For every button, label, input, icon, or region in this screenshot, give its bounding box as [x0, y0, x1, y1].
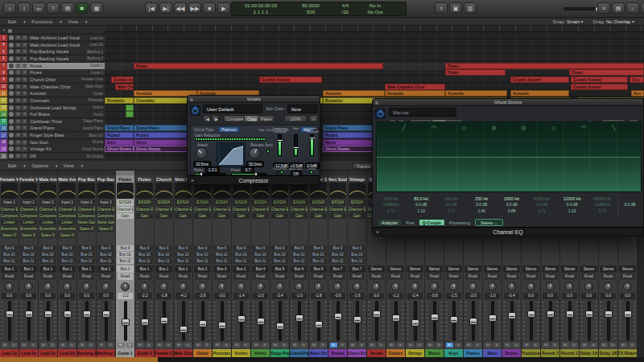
- pan-knob[interactable]: [256, 282, 265, 291]
- send-slot[interactable]: Bus 9: [59, 245, 76, 251]
- side-chain-selector[interactable]: None: [287, 105, 318, 113]
- eq-graph-display[interactable]: ╱◠◇◇◇◇◠╲: [376, 121, 642, 192]
- play-button[interactable]: ▶: [217, 2, 230, 14]
- solo-button[interactable]: S: [532, 343, 539, 348]
- band-frequency[interactable]: 18000 Hz: [588, 195, 618, 202]
- send-slot[interactable]: Bus 11: [329, 258, 346, 264]
- strip-setting-button[interactable]: [39, 171, 57, 175]
- mixer-strip[interactable]: Pop BacInput 1Channel EQCompressorNoise …: [77, 171, 97, 357]
- automation-mode-button[interactable]: Read: [233, 274, 249, 280]
- menu-edit[interactable]: Edit: [8, 163, 16, 168]
- input-slot[interactable]: Input 1: [78, 200, 95, 206]
- region[interactable]: Grand Piano: [105, 125, 134, 131]
- volume-value[interactable]: -1.4: [233, 293, 249, 299]
- send-slot[interactable]: Bus 11: [310, 258, 327, 264]
- audio-fx-slot[interactable]: Channel EQ: [117, 207, 134, 212]
- volume-value[interactable]: -2.2: [137, 293, 152, 299]
- fader-cap[interactable]: [83, 311, 91, 318]
- forward-button[interactable]: ▶▶: [188, 2, 201, 14]
- band-frequency[interactable]: 2000 Hz: [497, 195, 527, 202]
- region[interactable]: Cosmic Ascent: [510, 76, 569, 83]
- send-slot[interactable]: Bus 9: [213, 245, 230, 251]
- region[interactable]: Picked: [105, 132, 134, 138]
- pan-knob[interactable]: [333, 282, 342, 291]
- solo-button[interactable]: S: [320, 343, 327, 348]
- mixer-strip[interactable]: Pop BacInput 1Channel EQCompressorNoise …: [97, 171, 116, 357]
- audio-fx-slot[interactable]: Gain: [329, 213, 346, 219]
- instrument-slot[interactable]: EXS24: [136, 200, 153, 206]
- lcd-display[interactable]: 01:00:00:00.00 1 1 1 1 80.0000 500 4/4 /…: [231, 2, 407, 16]
- mute-button[interactable]: M: [446, 343, 453, 348]
- strip-name-label[interactable]: Grand Piano: [290, 349, 308, 357]
- mixer-strip[interactable]: VintageEXS24Channel EQGainBus 9Bus 10Bus…: [348, 171, 367, 357]
- instrument-slot[interactable]: EXS24: [252, 200, 269, 206]
- menu-functions[interactable]: Functions: [31, 19, 52, 24]
- track-solo-button[interactable]: S: [22, 146, 27, 151]
- audio-fx-slot[interactable]: Channel EQ: [155, 207, 172, 212]
- fader-cap[interactable]: [566, 311, 574, 318]
- send-slot[interactable]: Bus 11: [39, 258, 56, 264]
- mute-button[interactable]: M: [253, 343, 260, 348]
- automation-mode-button[interactable]: Read: [2, 274, 17, 280]
- fader-cap[interactable]: [411, 319, 419, 327]
- mixer-icon[interactable]: ▤: [61, 2, 74, 14]
- strip-setting-button[interactable]: [58, 171, 76, 175]
- output-slot[interactable]: Stereo Out: [368, 265, 385, 273]
- audio-fx-slot[interactable]: Limiter: [39, 220, 56, 225]
- output-slot[interactable]: Bus 1: [20, 265, 37, 273]
- lcd-timesig-value[interactable]: 4/4: [332, 2, 359, 9]
- track-solo-button[interactable]: S: [22, 43, 27, 47]
- mute-button[interactable]: M: [427, 343, 434, 348]
- mute-button[interactable]: M: [118, 343, 125, 348]
- volume-value[interactable]: -1.2: [388, 293, 403, 299]
- send-slot[interactable]: Bus 10: [155, 252, 172, 257]
- fader-cap[interactable]: [334, 313, 342, 320]
- instrument-slot[interactable]: EXS24: [194, 200, 211, 206]
- fader-cap[interactable]: [585, 311, 593, 318]
- strip-eq-thumbnail[interactable]: [194, 183, 211, 199]
- output-slot[interactable]: Stereo Out: [387, 265, 404, 273]
- volume-value[interactable]: 0.0: [369, 293, 384, 299]
- region[interactable]: Acoustic: [323, 90, 385, 97]
- fader-cap[interactable]: [199, 320, 207, 327]
- automation-mode-button[interactable]: Read: [601, 274, 616, 280]
- band-q[interactable]: 0.71: [376, 208, 407, 215]
- audio-fx-slot[interactable]: Noise Gate: [78, 220, 95, 225]
- fader[interactable]: [410, 301, 420, 341]
- audio-fx-slot[interactable]: Gain: [233, 213, 250, 219]
- audio-fx-slot[interactable]: Channel EQ: [233, 207, 250, 212]
- send-slot[interactable]: Bus 9: [136, 245, 153, 251]
- track-mute-button[interactable]: M: [15, 98, 21, 103]
- output-slot[interactable]: Bus 1: [175, 265, 192, 273]
- input-slot[interactable]: Input 1: [97, 200, 114, 206]
- input-slot[interactable]: Input 1: [20, 200, 37, 206]
- mute-button[interactable]: M: [562, 343, 569, 348]
- eq-window-titlebar[interactable]: Ghost Drums: [373, 99, 643, 106]
- meter-bar[interactable]: [278, 134, 282, 156]
- volume-value[interactable]: -4.2: [175, 293, 191, 299]
- mute-button[interactable]: M: [195, 343, 202, 348]
- pan-knob[interactable]: [295, 282, 303, 291]
- fader-cap[interactable]: [295, 315, 303, 322]
- band-frequency[interactable]: 250 Hz: [467, 195, 497, 202]
- output-slot[interactable]: Stereo Out: [503, 265, 520, 273]
- fader[interactable]: [23, 301, 34, 341]
- instrument-slot[interactable]: EXS24: [175, 200, 192, 206]
- strip-name-label[interactable]: Reverb 2: [560, 349, 579, 357]
- fader-cap[interactable]: [6, 311, 14, 318]
- send-slot[interactable]: Bus 10: [291, 252, 308, 257]
- track-mute-button[interactable]: M: [15, 119, 21, 124]
- band-q[interactable]: 0.72: [588, 208, 618, 215]
- audio-fx-slot[interactable]: Channel EQ: [291, 207, 308, 212]
- strip-name-label[interactable]: Female Choir: [155, 349, 173, 357]
- fader[interactable]: [217, 301, 227, 341]
- volume-value[interactable]: -1.0: [291, 293, 307, 299]
- send-slot[interactable]: Bus 9: [271, 245, 288, 251]
- pan-knob[interactable]: [604, 282, 613, 291]
- fader[interactable]: [81, 301, 92, 341]
- volume-value[interactable]: -0.6: [330, 293, 345, 299]
- pan-knob[interactable]: [623, 282, 632, 291]
- rewind-button[interactable]: ◀◀: [174, 2, 187, 14]
- lcd-tempo-value[interactable]: 80.0000: [290, 2, 332, 9]
- solo-button[interactable]: S: [397, 343, 404, 348]
